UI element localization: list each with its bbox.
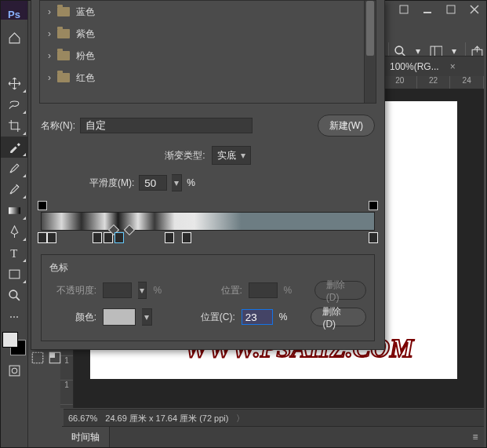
timeline-panel: 时间轴 ≡ — [62, 426, 484, 447]
more-tools-icon[interactable]: ⋯ — [1, 306, 27, 327]
chevron-right-icon: › — [48, 72, 51, 83]
status-bar: 66.67% 24.69 厘米 x 17.64 厘米 (72 ppi) 〉 — [64, 409, 484, 427]
color-stop[interactable] — [165, 232, 174, 243]
tab-timeline[interactable]: 时间轴 — [62, 427, 110, 447]
close-icon[interactable]: × — [450, 61, 456, 72]
smoothness-label: 平滑度(M): — [89, 177, 134, 190]
preset-folder[interactable]: ›红色 — [40, 67, 376, 89]
panel-icon[interactable] — [31, 349, 45, 366]
new-button[interactable]: 新建(W) — [318, 115, 375, 137]
ruler-tick: 22 — [417, 76, 451, 89]
location-input — [249, 282, 278, 298]
zoom-level[interactable]: 66.67% — [68, 413, 97, 423]
preset-folder[interactable]: ›蓝色 — [40, 1, 376, 23]
svg-rect-17 — [32, 352, 43, 363]
color-swatch[interactable] — [103, 308, 136, 326]
name-label: 名称(N): — [41, 119, 75, 133]
color-stop[interactable] — [38, 232, 47, 243]
percent-label: % — [279, 311, 288, 322]
chevron-down-icon[interactable]: ▾ — [142, 308, 152, 326]
type-tool[interactable]: T — [1, 242, 27, 264]
preset-label: 紫色 — [76, 27, 95, 41]
lasso-tool[interactable] — [1, 94, 27, 115]
color-location-input[interactable] — [242, 309, 273, 325]
color-stop[interactable] — [47, 232, 56, 243]
quick-mask-icon[interactable] — [1, 360, 27, 381]
name-input[interactable] — [80, 118, 253, 133]
percent-label: % — [187, 177, 195, 188]
document-dimensions: 24.69 厘米 x 17.64 厘米 (72 ppi) — [105, 413, 228, 424]
window-label-icon — [392, 1, 416, 18]
move-tool[interactable] — [1, 73, 27, 94]
gradient-editor-dialog: ›蓝色 ›紫色 ›粉色 ›红色 名称(N): 新建(W) 渐变类型: 实底▾ 平… — [31, 0, 385, 350]
percent-label: % — [153, 285, 162, 296]
delete-opacity-button: 删除(D) — [314, 281, 366, 300]
opacity-label: 不透明度: — [49, 284, 96, 297]
opacity-input — [103, 282, 132, 298]
chevron-right-icon[interactable]: 〉 — [236, 413, 245, 424]
chevron-down-icon[interactable]: ▾ — [172, 174, 182, 191]
close-button[interactable] — [463, 1, 486, 18]
panel-menu-icon[interactable]: ≡ — [467, 432, 484, 443]
preset-label: 粉色 — [76, 49, 95, 63]
svg-point-13 — [9, 290, 17, 298]
svg-point-16 — [12, 368, 16, 373]
svg-rect-12 — [9, 270, 20, 279]
svg-rect-2 — [447, 5, 455, 13]
color-stop[interactable] — [93, 232, 102, 243]
gradient-type-select[interactable]: 实底▾ — [212, 146, 251, 165]
folder-icon — [57, 51, 70, 60]
panel-icon[interactable] — [48, 349, 62, 366]
crop-tool[interactable] — [1, 115, 27, 137]
home-icon[interactable] — [1, 27, 27, 49]
location-label: 位置: — [195, 284, 242, 297]
gradient-type-label: 渐变类型: — [165, 149, 205, 162]
preset-label: 红色 — [76, 71, 95, 85]
color-stop-selected[interactable] — [114, 232, 124, 243]
ruler-tick: 1 — [60, 381, 73, 405]
stops-title: 色标 — [49, 261, 366, 275]
maximize-button[interactable] — [439, 1, 463, 18]
gradient-tool[interactable] — [1, 200, 27, 221]
delete-color-button[interactable]: 删除(D) — [311, 308, 366, 326]
pen-tool[interactable] — [1, 221, 27, 242]
zoom-tool[interactable] — [1, 285, 27, 306]
folder-icon — [57, 73, 70, 82]
svg-text:T: T — [10, 247, 17, 260]
svg-line-14 — [16, 297, 19, 300]
gradient-preview[interactable] — [41, 212, 375, 231]
brush-tool[interactable] — [1, 158, 27, 179]
stops-panel: 色标 不透明度: ▾ % 位置: % 删除(D) 颜色: ▾ 位置(C): — [41, 254, 375, 341]
color-stop[interactable] — [182, 232, 191, 243]
smoothness-input[interactable] — [139, 175, 167, 191]
opacity-stop[interactable] — [369, 201, 378, 210]
scrollbar[interactable] — [364, 1, 376, 103]
gradient-presets: ›蓝色 ›紫色 ›粉色 ›红色 — [39, 0, 376, 104]
folder-icon — [57, 29, 70, 38]
svg-point-5 — [395, 46, 403, 54]
percent-label: % — [284, 285, 293, 296]
ruler-tick: 20 — [383, 76, 417, 89]
color-stop[interactable] — [369, 232, 378, 243]
chevron-down-icon: ▾ — [138, 282, 147, 299]
svg-rect-10 — [9, 207, 20, 214]
document-tab-label: 100%(RG... — [390, 61, 439, 72]
minimize-button[interactable] — [416, 1, 439, 18]
history-brush-tool[interactable] — [1, 179, 27, 200]
gradient-editor-bar — [41, 201, 375, 245]
color-swatches[interactable] — [2, 332, 26, 355]
document-tab[interactable]: 100%(RG... × — [383, 56, 484, 78]
svg-rect-15 — [9, 366, 20, 376]
preset-label: 蓝色 — [76, 5, 95, 19]
ruler-tick: 24 — [450, 76, 484, 89]
preset-folder[interactable]: ›粉色 — [40, 45, 376, 67]
chevron-right-icon: › — [48, 50, 51, 61]
preset-folder[interactable]: ›紫色 — [40, 23, 376, 45]
opacity-stop[interactable] — [38, 201, 47, 210]
window-controls — [392, 1, 486, 18]
ruler-horizontal: 20 22 24 — [383, 76, 484, 89]
toolbar: T ⋯ — [1, 73, 28, 447]
rectangle-tool[interactable] — [1, 264, 27, 285]
scrollbar-thumb[interactable] — [366, 1, 374, 56]
eyedropper-tool[interactable] — [1, 137, 27, 158]
